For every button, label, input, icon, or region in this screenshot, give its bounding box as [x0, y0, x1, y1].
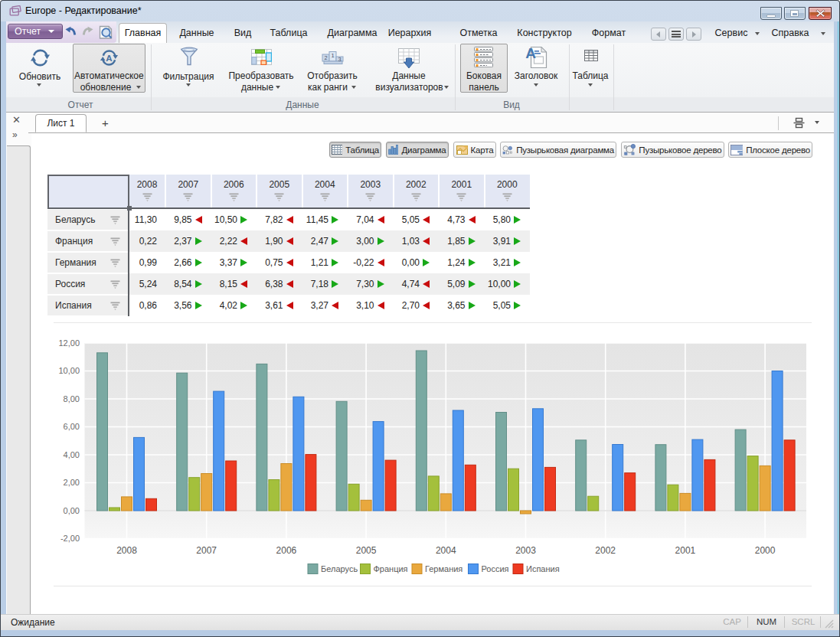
- svg-text:-2,00: -2,00: [60, 534, 80, 543]
- svg-text:12,00: 12,00: [58, 338, 80, 348]
- svg-text:2007: 2007: [196, 545, 217, 556]
- svg-text:Беларусь: Беларусь: [321, 564, 358, 573]
- svg-text:2008: 2008: [116, 545, 137, 556]
- svg-text:Испания: Испания: [526, 564, 560, 573]
- svg-text:8,00: 8,00: [64, 394, 80, 403]
- svg-text:2006: 2006: [276, 545, 297, 556]
- svg-text:Франция: Франция: [374, 564, 408, 573]
- svg-text:2001: 2001: [675, 545, 696, 556]
- svg-text:Германия: Германия: [425, 564, 462, 573]
- svg-text:0,00: 0,00: [64, 506, 80, 515]
- svg-text:2000: 2000: [755, 545, 776, 556]
- svg-text:2003: 2003: [515, 545, 536, 556]
- svg-text:6,00: 6,00: [64, 422, 80, 431]
- svg-text:2,00: 2,00: [64, 478, 80, 487]
- svg-text:2004: 2004: [436, 545, 456, 556]
- svg-text:2005: 2005: [356, 545, 377, 556]
- svg-text:10,00: 10,00: [58, 366, 80, 375]
- svg-text:4,00: 4,00: [64, 450, 80, 459]
- svg-text:2002: 2002: [595, 545, 616, 556]
- svg-text:Россия: Россия: [482, 564, 509, 573]
